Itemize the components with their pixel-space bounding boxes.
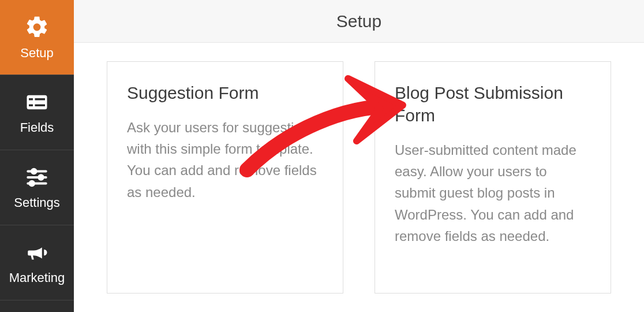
svg-point-10 [29,181,34,185]
card-title: Blog Post Submission Form [395,81,591,127]
sidebar-item-fields[interactable]: Fields [0,75,74,150]
list-icon [25,90,49,114]
template-card-suggestion-form[interactable]: Suggestion Form Ask your users for sugge… [107,61,343,294]
page-header: Setup [74,0,644,43]
svg-rect-4 [35,104,46,106]
svg-rect-2 [35,98,46,101]
main-area: Setup Suggestion Form Ask your users for… [74,0,644,312]
sidebar-item-label: Settings [14,195,60,210]
sidebar-item-label: Fields [20,120,54,135]
sidebar-item-settings[interactable]: Settings [0,150,74,225]
svg-point-8 [39,175,43,180]
page-title: Setup [336,12,381,31]
svg-rect-3 [29,104,33,106]
svg-point-6 [32,169,36,173]
sidebar-item-marketing[interactable]: Marketing [0,225,74,300]
sidebar: Setup Fields [0,0,74,312]
card-title: Suggestion Form [127,81,323,104]
gear-icon [24,14,50,40]
sliders-icon [25,165,49,190]
svg-rect-1 [29,98,33,101]
sidebar-item-label: Setup [20,46,54,61]
card-description: Ask your users for suggestions with this… [127,117,323,203]
template-card-blog-post-submission-form[interactable]: Blog Post Submission Form User-submitted… [375,61,611,294]
app-root: Setup Fields [0,0,644,312]
template-grid: Suggestion Form Ask your users for sugge… [74,43,644,312]
svg-rect-0 [27,95,47,109]
sidebar-item-setup[interactable]: Setup [0,0,74,75]
sidebar-item-label: Marketing [9,270,65,285]
bullhorn-icon [25,240,49,265]
card-description: User-submitted content made easy. Allow … [395,139,591,247]
